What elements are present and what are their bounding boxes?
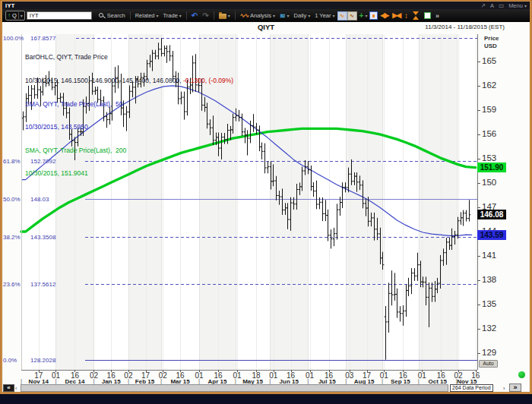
fib-level-value: 152.7092 [30, 158, 55, 165]
sma50-badge: 143.59 [477, 230, 506, 240]
terminal-screen: IYT ↗ A ▭ Menu ▾ ↑ Q ▾ Search Related▾ T… [0, 0, 532, 404]
expand-vertical-button[interactable]: ↕ [402, 11, 410, 21]
annotations-dropdown[interactable]: ≋▾ [277, 11, 292, 21]
divider [18, 12, 19, 19]
divider [186, 11, 187, 20]
fib-level-value: 143.3508 [30, 234, 55, 241]
legend-sma50-value: 10/30/2015, 143.5950 [25, 123, 233, 131]
price-axis-tick: 135 [482, 299, 496, 308]
fib-level-value: 148.03 [30, 196, 49, 203]
scroll-right-button[interactable]: › [503, 386, 505, 391]
chevron-down-icon: ▾ [524, 4, 527, 8]
price-axis-tick: 129 [482, 348, 496, 357]
waves-icon: ≋ [280, 12, 286, 20]
fib-level-label: 38.2% [3, 234, 21, 241]
symbol-queue-group[interactable]: ↑ Q ▾ [5, 11, 25, 21]
divider [214, 11, 214, 20]
crosshair-dropdown[interactable]: +▾ [357, 11, 370, 21]
price-axis-tick: 150 [482, 178, 496, 187]
note-icon [372, 14, 375, 17]
chart-toolbar: ↑ Q ▾ Search Related▾ Trade▾ ↶ ↷ ▾ ∿∿Ana… [2, 9, 530, 22]
fib-level-label: 61.8% [3, 158, 21, 165]
analysis-wave-icon: ∿∿ [240, 12, 249, 19]
scroll-far-left-button[interactable]: « [3, 384, 14, 392]
chart-events-button[interactable]: ∿ [347, 11, 357, 21]
chevron-down-icon: ▾ [156, 14, 158, 18]
data-period-label: 264 Data Period [450, 384, 493, 392]
chevron-down-icon: ▾ [179, 14, 182, 18]
related-dropdown[interactable]: Related▾ [133, 11, 161, 20]
expand-horizontal-button[interactable]: ◀▶ [378, 11, 390, 20]
window-titlebar: IYT ↗ A ▭ Menu ▾ [2, 2, 530, 9]
divider [235, 11, 236, 20]
last-price-badge: 146.08 [477, 210, 506, 219]
window-title: IYT [5, 2, 15, 9]
chart-date-range: 11/3/2014 - 11/18/2015 (EST) [425, 24, 505, 30]
status-indicator-dot [518, 371, 525, 378]
queue-label: Q [12, 12, 17, 19]
time-compress-button[interactable] [410, 11, 422, 21]
chevron-down-icon: ▾ [308, 14, 310, 18]
price-axis-tick: 162 [482, 80, 496, 90]
folder-icon [219, 14, 226, 19]
analysis-dropdown[interactable]: ∿∿Analysis▾ [238, 11, 277, 20]
fib-level-value: 128.2028 [30, 357, 55, 364]
window-icon[interactable]: ▭ [499, 2, 504, 9]
collapse-horizontal-button[interactable]: ▶◀ [390, 11, 402, 20]
interval-dropdown[interactable]: Daily▾ [292, 11, 313, 20]
fib-level-label: 23.6% [3, 281, 21, 288]
chevron-down-icon: ▾ [287, 14, 290, 18]
legend-ohlc-series: BarOHLC, QIYT, Trade Price [25, 53, 233, 61]
price-axis-title: Price USD [484, 35, 499, 49]
fib-level-value: 167.8577 [30, 35, 55, 42]
chevron-down-icon: ▾ [21, 14, 23, 18]
more-tools-button[interactable]: » [433, 11, 442, 21]
zoom-select-button[interactable] [422, 11, 433, 20]
hourglass-icon [413, 11, 420, 20]
font-size-icon[interactable]: A [490, 2, 494, 9]
legend-sma200-value: 10/30/2015, 151.9041 [25, 169, 233, 177]
divider [130, 11, 131, 20]
price-axis-tick: 156 [482, 129, 496, 138]
price-axis-tick: 165 [482, 56, 496, 65]
scroll-far-right-button[interactable]: » [509, 383, 521, 392]
annotation-note-button[interactable] [369, 11, 378, 20]
up-arrow-icon: ↑ [8, 13, 11, 19]
fib-level-label: 100.0% [3, 35, 24, 42]
chevron-down-icon: ▾ [228, 14, 230, 18]
price-axis-tick: 159 [482, 105, 496, 114]
trade-dropdown[interactable]: Trade▾ [161, 11, 184, 20]
symbol-input[interactable] [27, 11, 92, 20]
selection-box-icon [424, 12, 431, 19]
crosshair-icon: + [359, 12, 364, 20]
price-axis-tick: 138 [482, 275, 496, 284]
price-axis-tick: 153 [482, 153, 496, 163]
scrollbar-thumb[interactable] [21, 384, 448, 392]
range-dropdown[interactable]: 1 Year▾ [312, 11, 337, 20]
auto-scale-button[interactable]: Auto [479, 360, 498, 368]
fib-level-label: 0.0% [3, 357, 17, 364]
scrollbar-track[interactable] [21, 384, 448, 392]
legend-ohlc-values: 10/30/2015, 146.1500, 146.9000, 145.7400… [25, 77, 233, 84]
chevron-down-icon: ▾ [365, 14, 367, 18]
pop-out-icon[interactable]: ↗ [481, 2, 486, 9]
chart-legend: BarOHLC, QIYT, Trade Price 10/30/2015, 1… [25, 38, 233, 193]
legend-sma50-series: SMA, QIYT, Trade Price(Last), 50 [25, 100, 233, 108]
line-chart-icon: ∿ [340, 13, 344, 19]
redo-button[interactable]: ↷ [200, 11, 211, 21]
search-icon [99, 12, 106, 19]
fib-level-value: 137.5612 [30, 281, 55, 288]
sma200-badge: 151.90 [477, 163, 506, 172]
search-button[interactable]: Search [97, 11, 128, 20]
legend-change-negative: -0.1300, (-0.09%) [183, 77, 233, 84]
undo-button[interactable]: ↶ [189, 11, 200, 21]
menu-button[interactable]: Menu ▾ [508, 2, 527, 9]
scroll-left-button[interactable]: ‹ [15, 386, 17, 391]
chevron-down-icon: ▾ [333, 14, 335, 18]
open-folder-button[interactable]: ▾ [217, 11, 233, 20]
event-chart-icon: ∿ [350, 13, 354, 19]
chevron-down-icon: ▾ [273, 14, 275, 18]
fib-level-label: 50.0% [3, 196, 21, 203]
legend-sma200-series: SMA, QIYT, Trade Price(Last), 200 [25, 147, 233, 154]
chart-type-line-button[interactable]: ∿ [337, 11, 347, 21]
